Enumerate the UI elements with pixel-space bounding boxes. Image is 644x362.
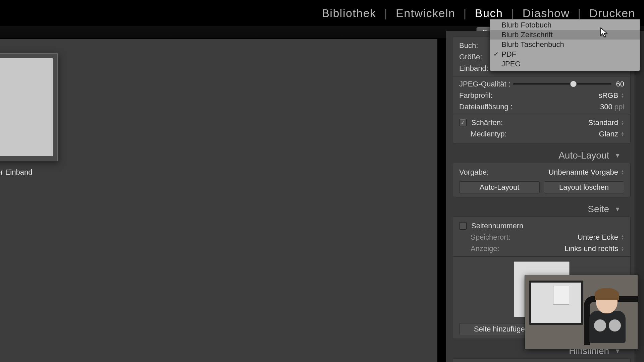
label-jpeg-quality: JPEG-Qualität : — [459, 80, 511, 88]
storage-select[interactable]: Untere Ecke — [578, 233, 624, 242]
media-type-select[interactable]: Glanz — [599, 130, 624, 138]
auto-layout-button[interactable]: Auto-Layout — [459, 181, 540, 193]
value-color-profile: sRGB — [598, 91, 618, 100]
section-page-label: Seite — [588, 204, 609, 215]
popup-item-label: Blurb Zeitschrift — [501, 31, 553, 39]
preset-select[interactable]: Unbenannte Vorgabe — [548, 168, 624, 177]
nav-separator: | — [578, 7, 581, 20]
row-file-resolution: Dateiauflösung : 300 ppi — [459, 101, 624, 113]
label-book: Buch: — [459, 41, 478, 50]
value-sharpen: Standard — [588, 118, 618, 127]
popup-item-blurb-zeitschrift[interactable]: Blurb Zeitschrift — [490, 30, 640, 40]
nav-separator: | — [384, 7, 388, 20]
color-profile-select[interactable]: sRGB — [598, 91, 624, 100]
cover-inner — [0, 58, 53, 156]
section-page-header[interactable]: Seite ▼ — [446, 200, 631, 217]
label-file-resolution: Dateiauflösung : — [459, 103, 513, 111]
disclosure-triangle-icon: ▼ — [614, 206, 621, 213]
section-auto-layout-header[interactable]: Auto-Layout ▼ — [446, 147, 631, 163]
stepper-icon — [621, 120, 624, 125]
value-display: Links und rechts — [565, 244, 618, 253]
row-sharpen: ✓ Schärfen: Standard — [459, 117, 624, 128]
popup-item-label: PDF — [501, 50, 516, 58]
value-file-resolution: 300 — [600, 103, 612, 111]
value-media-type: Glanz — [599, 130, 618, 138]
book-canvas[interactable]: + er Einband — [0, 39, 437, 362]
stepper-icon — [621, 170, 624, 175]
label-pagenumbers: Seitennummern — [471, 222, 523, 230]
stepper-icon — [621, 246, 624, 251]
file-resolution-field[interactable]: 300 ppi — [600, 103, 624, 111]
popup-item-blurb-taschenbuch[interactable]: Blurb Taschenbuch — [490, 40, 640, 49]
stepper-icon — [621, 235, 624, 240]
nav-separator: | — [463, 7, 467, 20]
label-size: Größe: — [459, 53, 482, 61]
cover-caption: er Einband — [0, 168, 32, 177]
popup-item-label: Blurb Fotobuch — [501, 21, 551, 29]
display-select[interactable]: Links und rechts — [565, 244, 624, 253]
jpeg-quality-slider-thumb[interactable] — [570, 81, 577, 87]
webcam-monitor — [529, 281, 583, 325]
unit-file-resolution: ppi — [614, 103, 624, 111]
row-storage: Speicherort: Untere Ecke — [459, 232, 624, 243]
stepper-icon — [621, 131, 624, 137]
popup-item-label: Blurb Taschenbuch — [501, 40, 564, 49]
section-auto-layout-label: Auto-Layout — [558, 150, 609, 161]
nav-bibliothek[interactable]: Bibliothek — [322, 7, 376, 20]
nav-buch[interactable]: Buch — [475, 7, 503, 20]
sharpen-checkbox[interactable]: ✓ — [459, 119, 467, 126]
label-color-profile: Farbprofil: — [459, 91, 492, 100]
popup-item-jpeg[interactable]: JPEG — [490, 59, 640, 69]
popup-item-pdf[interactable]: ✓PDF — [490, 49, 640, 59]
label-display: Anzeige: — [471, 244, 499, 253]
nav-separator: | — [511, 7, 514, 20]
stepper-icon — [621, 93, 624, 98]
row-display: Anzeige: Links und rechts — [459, 243, 624, 254]
pagenumbers-checkbox[interactable] — [459, 222, 467, 230]
row-media-type: Medientyp: Glanz — [459, 128, 624, 140]
guides-group: Rasterausrichtung: Zellen — [453, 358, 631, 362]
checkmark-icon: ✓ — [493, 50, 499, 59]
sharpen-select[interactable]: Standard — [588, 118, 624, 127]
book-type-popup[interactable]: Blurb Fotobuch Blurb Zeitschrift Blurb T… — [490, 19, 640, 71]
row-color-profile: Farbprofil: sRGB — [459, 90, 624, 101]
label-storage: Speicherort: — [471, 233, 511, 242]
label-preset: Vorgabe: — [459, 168, 489, 177]
jpeg-quality-value[interactable]: 60 — [616, 80, 624, 88]
row-preset: Vorgabe: Unbenannte Vorgabe — [459, 167, 624, 178]
row-jpeg-quality: JPEG-Qualität : 60 — [459, 78, 624, 90]
nav-diashow[interactable]: Diashow — [523, 7, 570, 20]
jpeg-quality-slider[interactable] — [513, 83, 611, 85]
label-sharpen: Schärfen: — [471, 118, 503, 127]
popup-item-blurb-fotobuch[interactable]: Blurb Fotobuch — [490, 20, 640, 30]
webcam-overlay — [525, 275, 638, 349]
clear-layout-button[interactable]: Layout löschen — [544, 181, 624, 193]
label-media-type: Medientyp: — [471, 130, 507, 138]
value-preset: Unbenannte Vorgabe — [548, 168, 618, 177]
book-cover-tile[interactable]: + — [0, 53, 58, 161]
webcam-person — [587, 289, 628, 346]
row-pagenumbers: Seitennummern — [459, 220, 624, 232]
label-binding: Einband: — [459, 64, 488, 73]
disclosure-triangle-icon: ▼ — [614, 152, 621, 159]
popup-item-label: JPEG — [501, 60, 521, 68]
auto-layout-group: Vorgabe: Unbenannte Vorgabe Auto-Layout … — [453, 163, 631, 197]
value-storage: Untere Ecke — [578, 233, 618, 242]
nav-drucken[interactable]: Drucken — [589, 7, 635, 20]
nav-entwickeln[interactable]: Entwickeln — [396, 7, 455, 20]
